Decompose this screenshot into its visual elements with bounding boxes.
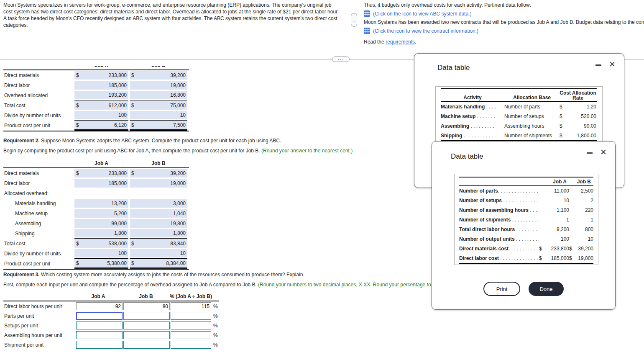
abc-data-table: Activity Allocation Base Cost Allocation… [435, 86, 603, 143]
answer-input[interactable] [76, 331, 123, 339]
percent-symbol: % [212, 332, 219, 338]
dot-icon [342, 59, 343, 60]
value-cell: 185,000 [74, 178, 128, 188]
cell-value: 1,800 [114, 230, 127, 236]
dollar-sign: $ [560, 104, 566, 110]
answer-input[interactable] [171, 322, 211, 329]
close-icon[interactable]: ✕ [600, 148, 607, 156]
dollar-sign: $ [131, 260, 134, 266]
cell-value: 100 [561, 236, 569, 242]
print-button[interactable]: Print [483, 282, 520, 296]
original-system-cost-table: Job A Job B Direct materials$233,800$39,… [3, 66, 189, 131]
dollar-sign: $ [76, 241, 79, 247]
row-label: Overhead allocated [3, 90, 73, 100]
row-label: Total cost [3, 239, 73, 249]
cell-value: 220 [585, 207, 593, 213]
activity-header: Activity [441, 95, 504, 100]
row-label: Total direct labor hours . . . . . . . .… [459, 226, 539, 232]
row-label: Direct labor [3, 80, 73, 90]
mylab-accounting-page: Moon Systems specializes in servers for … [0, 0, 644, 355]
cell-value: 538,000 [109, 241, 127, 247]
answer-input[interactable] [171, 341, 211, 349]
job-a-header-clipped: Job A [74, 66, 128, 68]
activity-label: Machine setup . . . . . . . [441, 113, 504, 119]
row-label: Allocated overhead: [3, 188, 73, 198]
cell-value: 10 [180, 112, 186, 118]
row-label: Shipment per unit [3, 342, 75, 348]
vertical-splitter-handle[interactable] [351, 13, 357, 27]
abc-icon-caption: (Click on the icon to view ABC system da… [373, 11, 471, 17]
dollar-sign: $ [131, 241, 134, 247]
answer-input[interactable] [123, 341, 170, 349]
answer-input[interactable] [76, 312, 123, 320]
requirement-3-heading: Requirement 3. Which costing system more… [3, 272, 304, 278]
table-row: Total cost$538,000$83,840 [3, 239, 189, 249]
requirements-link[interactable]: requirements [386, 39, 415, 45]
table-row: Direct materials$233,800$39,200 [3, 168, 189, 178]
value-cell: $75,000 [130, 100, 187, 111]
answer-input[interactable] [171, 331, 211, 339]
abc-data-table-icon[interactable] [364, 10, 370, 17]
done-button[interactable]: Done [529, 282, 564, 296]
value-cell: 10 [130, 111, 187, 121]
answer-input[interactable] [76, 341, 123, 349]
horizontal-splitter-handle[interactable] [332, 57, 350, 62]
table-row: Divide by number of units10010 [3, 249, 189, 259]
value-cell: 1,800 [74, 229, 128, 239]
value-cell: $185,000 [539, 255, 569, 261]
answer-input[interactable] [123, 322, 170, 329]
cell-value: 19,800 [170, 221, 186, 226]
contract-data-table-icon[interactable] [364, 28, 370, 34]
cell-value: 39,200 [578, 246, 593, 252]
row-label: Total cost [3, 100, 73, 111]
answer-input[interactable] [76, 322, 123, 329]
answer-input[interactable] [123, 312, 170, 320]
cell-value: 800 [585, 226, 593, 232]
answer-input[interactable] [123, 302, 170, 310]
table-row: Machine setup5,2001,040 [3, 208, 189, 219]
row-label: Parts per unit [3, 313, 75, 319]
answer-input[interactable] [76, 302, 123, 310]
job-b-header: Job B [130, 160, 187, 166]
value-cell: $612,000 [74, 100, 128, 111]
row-label: Direct labor cost . . . . . . . . . . . … [459, 255, 539, 261]
answer-input[interactable] [171, 312, 211, 320]
abc-system-cost-table: Job A Job B Direct materials$233,800$39,… [3, 160, 189, 270]
table-row: Shipping . . . . . . . . . . . .Number o… [441, 131, 597, 140]
row-label: Divide by number of units [3, 111, 73, 121]
cell-value: 13,200 [111, 201, 127, 206]
minimize-icon[interactable] [587, 152, 593, 154]
cell-value: 100 [118, 112, 127, 118]
value-cell: 1 [569, 217, 593, 223]
table-row: Direct materials cost. . . . . . . . . .… [459, 244, 593, 253]
table-row: Number of assembling hours . . . .1,1002… [459, 205, 593, 215]
value-cell [74, 188, 128, 198]
cell-value: 1,100 [557, 207, 569, 213]
contract-table-headers: Job A Job B [459, 177, 593, 186]
table-row: Direct labor185,00019,000 [3, 80, 189, 90]
dollar-sign: $ [569, 255, 572, 261]
table-row: Direct materials$233,800$39,200 [3, 70, 189, 80]
requirement-3-instruction: First, compute each input per unit and c… [3, 282, 440, 288]
row-label: Number of setups . . . . . . . . . . . .… [459, 198, 539, 203]
cell-value: 6,120 [114, 122, 127, 128]
cell-value: 1,800 [173, 230, 186, 236]
table-row: Assembling99,00019,800 [3, 219, 189, 229]
value-cell: $39,200 [569, 246, 593, 252]
minimize-icon[interactable] [595, 64, 601, 66]
dollar-sign: $ [560, 123, 566, 129]
dollar-sign: $ [560, 113, 566, 119]
percent-symbol: % [212, 304, 219, 309]
cell-value: 1 [566, 217, 569, 223]
clipped-column-headers: Job A Job B [3, 66, 189, 69]
answer-input[interactable] [171, 302, 211, 310]
close-icon[interactable]: ✕ [609, 60, 616, 68]
input-row: Direct labor hours per unit% [3, 301, 219, 311]
value-cell: 185,000 [74, 80, 128, 90]
row-label: Direct labor hours per unit [3, 304, 75, 309]
table-row: Total direct labor hours . . . . . . . .… [459, 224, 593, 234]
answer-input[interactable] [123, 331, 170, 339]
dollar-sign: $ [76, 122, 79, 128]
percent-symbol: % [212, 342, 219, 348]
dollar-sign: $ [76, 260, 79, 266]
